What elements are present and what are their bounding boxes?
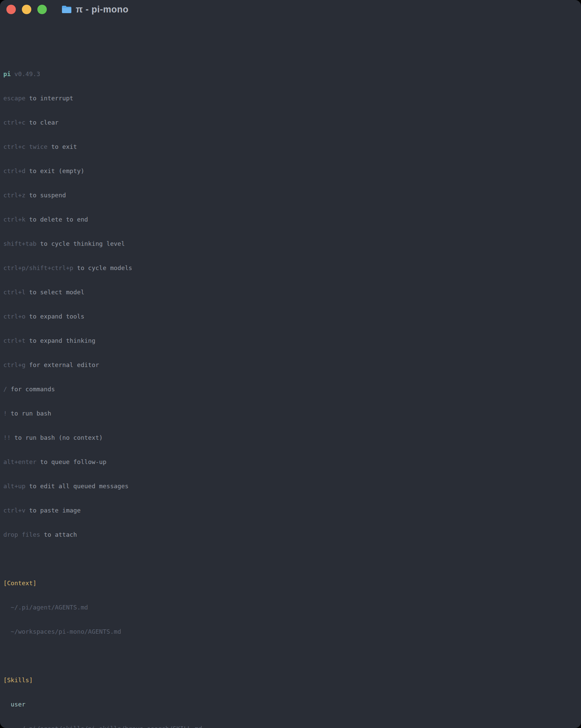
minimize-button[interactable] xyxy=(22,5,31,14)
shortcut-line: !! to run bash (no context) xyxy=(3,434,578,442)
shortcut-line: escape to interrupt xyxy=(3,94,578,102)
shortcut-line: ctrl+c to clear xyxy=(3,119,578,127)
shortcut-line: ctrl+v to paste image xyxy=(3,506,578,515)
shortcut-line: ctrl+z to suspend xyxy=(3,191,578,199)
zoom-button[interactable] xyxy=(37,5,47,14)
shortcut-line: ctrl+o to expand tools xyxy=(3,312,578,320)
shortcut-line: ctrl+d to exit (empty) xyxy=(3,167,578,175)
context-section-header: [Context] xyxy=(3,579,578,587)
context-path: ~/.pi/agent/AGENTS.md xyxy=(3,603,578,612)
shortcut-line: ctrl+k to delete to end xyxy=(3,215,578,224)
shortcut-line: alt+up to edit all queued messages xyxy=(3,482,578,490)
shortcut-line: alt+enter to queue follow-up xyxy=(3,458,578,466)
titlebar: π - pi-mono xyxy=(0,0,581,19)
startup-banner: pi v0.49.3 escape to interrupt ctrl+c to… xyxy=(3,54,578,728)
close-button[interactable] xyxy=(6,5,16,14)
shortcut-line: ctrl+g for external editor xyxy=(3,361,578,369)
shortcut-line: ctrl+c twice to exit xyxy=(3,143,578,151)
shortcut-line: shift+tab to cycle thinking level xyxy=(3,240,578,248)
shortcut-line: ctrl+t to expand thinking xyxy=(3,337,578,345)
version-line: pi v0.49.3 xyxy=(3,70,578,78)
folder-icon xyxy=(61,5,72,14)
context-path: ~/workspaces/pi-mono/AGENTS.md xyxy=(3,628,578,636)
skills-section-header: [Skills] xyxy=(3,676,578,684)
skill-path: ~/.pi/agent/skills/pi-skills/brave-searc… xyxy=(3,725,578,728)
window-title: π - pi-mono xyxy=(76,4,129,15)
shortcut-line: ctrl+l to select model xyxy=(3,288,578,296)
shortcut-line: / for commands xyxy=(3,385,578,393)
app-name: pi xyxy=(3,70,11,77)
terminal-window: π - pi-mono pi v0.49.3 escape to interru… xyxy=(0,0,581,728)
shortcut-line: ctrl+p/shift+ctrl+p to cycle models xyxy=(3,264,578,272)
skills-scope: user xyxy=(3,700,578,708)
shortcut-line: drop files to attach xyxy=(3,531,578,539)
app-version: v0.49.3 xyxy=(11,70,41,77)
shortcut-line: ! to run bash xyxy=(3,410,578,418)
